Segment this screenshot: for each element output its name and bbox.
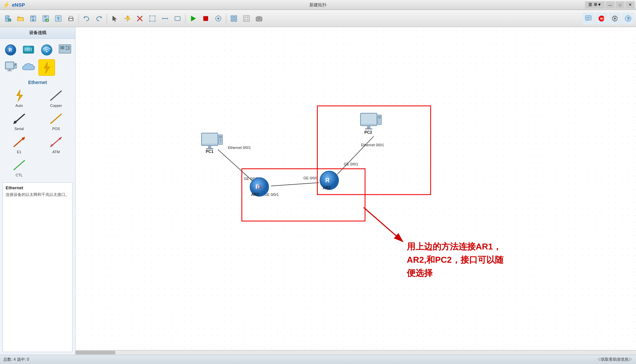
switch-device-icon [21,43,36,56]
svg-text:+: + [9,20,10,22]
device-item-wlan[interactable] [38,41,55,57]
logo-icon: ⚡ [3,1,10,9]
svg-text:R: R [9,47,12,53]
copper-cable-icon [48,88,64,103]
atm-cable-label: ATM [52,150,60,154]
svg-text:华为: 华为 [600,17,606,21]
cable-device-icon [39,61,54,74]
annotation-line3: 便选择 [406,268,433,278]
svg-point-84 [22,137,25,140]
svg-marker-31 [191,16,196,21]
wire-button[interactable] [159,13,171,24]
pan-button[interactable]: ✋ [121,13,133,24]
other-device-icon [58,43,72,56]
pos-cable-label: POS [52,127,60,131]
svg-rect-59 [23,46,34,53]
camera-snap-button[interactable] [253,13,265,24]
svg-point-99 [220,142,221,143]
cable-item-copper[interactable]: Copper [38,87,74,109]
rect-button[interactable] [172,13,184,24]
new-button[interactable]: + [2,13,14,24]
cloud-device-icon [21,61,36,74]
cable-item-auto[interactable]: Auto [1,87,37,109]
close-button[interactable]: ✕ [625,1,635,9]
cable-item-atm[interactable]: ATM [38,133,74,155]
svg-rect-94 [208,146,211,148]
port-label-pc2-eth: Ethernet 0/0/1 [361,143,384,147]
toolbar-right: 华为 ? [582,13,634,24]
device-item-pc[interactable] [3,59,19,76]
maximize-button[interactable]: □ [615,1,625,9]
chat-button[interactable] [582,13,594,24]
svg-rect-36 [231,16,234,18]
wlan-device-icon [39,43,54,56]
save-button[interactable] [40,13,52,24]
svg-rect-15 [69,16,73,18]
svg-rect-70 [68,46,70,50]
cable-item-ctl[interactable]: CTL [1,157,37,178]
device-item-cloud[interactable] [21,59,36,76]
svg-point-98 [220,140,221,141]
svg-rect-110 [378,116,381,118]
svg-text:✋: ✋ [125,15,131,21]
canvas-area[interactable]: Ethernet 0/0/1 GE 0/0/0 GE 0/0/1 GE 0/0/… [76,27,636,355]
help-button[interactable]: ? [622,13,634,24]
svg-rect-38 [231,19,234,22]
device-item-router[interactable]: R [3,41,19,57]
device-item-cable[interactable] [38,59,55,76]
cable-item-pos[interactable]: POS [38,110,74,132]
device-item-switch[interactable] [21,41,36,57]
cable-item-e1[interactable]: E1 [1,133,37,155]
svg-rect-97 [219,136,222,138]
print-button[interactable] [65,13,77,24]
open-button[interactable] [15,13,26,24]
svg-rect-37 [234,16,237,18]
start-button[interactable] [187,13,199,24]
svg-point-54 [614,18,616,20]
atm-cable-icon [48,135,64,149]
statusbar: 总数: 4 选中: 0 ◁筑取客助游览焦▷ [0,355,636,364]
svg-rect-76 [15,64,16,66]
svg-rect-32 [203,16,208,21]
grid-button[interactable] [240,13,252,24]
svg-point-87 [59,138,61,140]
redo-button[interactable] [93,13,105,24]
delete-button[interactable] [134,13,146,24]
settings-button[interactable] [609,13,621,24]
select-button[interactable] [109,13,121,24]
ethernet-section-label: Ethernet [0,78,75,86]
svg-point-24 [155,15,156,16]
scrollbar-thumb[interactable] [76,351,115,354]
minimize-button[interactable]: — [606,1,615,9]
label-pc2: PC2 [364,130,372,135]
pc-device-icon [3,61,18,74]
toolbar-separator-3 [185,14,186,23]
area-select-button[interactable] [146,13,158,24]
export-button[interactable] [52,13,64,24]
stop-button[interactable] [200,13,212,24]
undo-button[interactable] [80,13,92,24]
e1-cable-icon [11,135,27,149]
window-title: 新建拓扑 [309,2,327,8]
cable-grid: Auto Copper Serial [0,86,75,180]
sidebar-title: 设备连线 [0,27,75,39]
svg-rect-39 [234,19,237,22]
horizontal-scrollbar[interactable] [76,350,636,355]
device-grid: R [0,39,75,78]
menu-button[interactable]: 菜 单▼ [585,1,605,9]
save-as-button[interactable] [27,13,39,24]
svg-text:R: R [325,177,330,184]
sidebar: 设备连线 R [0,27,76,355]
device-item-other[interactable] [57,41,73,57]
status-right: ◁筑取客助游览焦▷ [597,357,633,362]
capture-button[interactable] [212,13,224,24]
app-logo: ⚡ eNSP [0,1,25,9]
topo-button[interactable] [228,13,240,24]
svg-text:?: ? [627,16,630,21]
cable-item-serial[interactable]: Serial [1,110,37,132]
toolbar-separator-2 [107,14,107,23]
huawei-button[interactable]: 华为 [596,13,608,24]
annotation-line1: 用上边的方法连接AR1， [406,242,502,251]
canvas-svg[interactable]: Ethernet 0/0/1 GE 0/0/0 GE 0/0/1 GE 0/0/… [76,27,636,355]
svg-rect-16 [69,19,73,21]
